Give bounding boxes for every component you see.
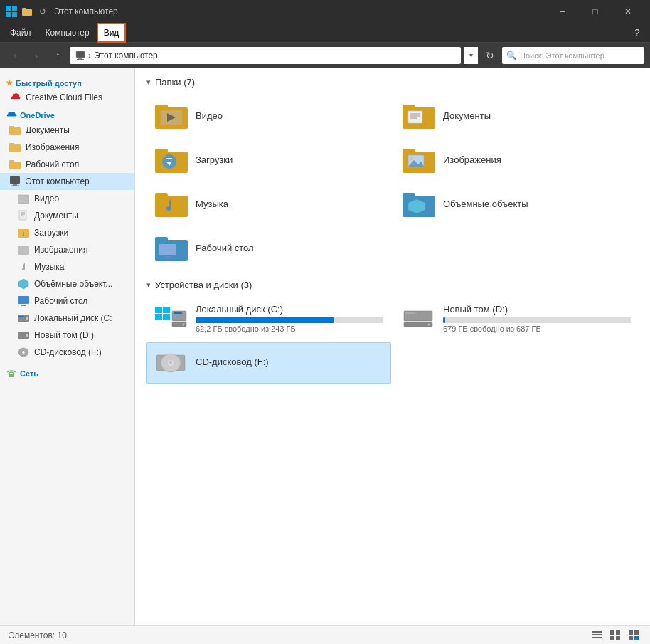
sidebar-item-new-d[interactable]: Новый том (D:) xyxy=(0,327,134,344)
sidebar-item-local-c[interactable]: Локальный диск (C: xyxy=(0,310,134,327)
this-pc-label: Этот компьютер xyxy=(26,176,90,186)
menu-help[interactable]: ? xyxy=(627,23,647,43)
path-location: Этот компьютер xyxy=(94,51,158,60)
images-icon xyxy=(17,243,30,256)
address-path[interactable]: › Этот компьютер xyxy=(70,47,461,64)
svg-rect-20 xyxy=(19,210,26,220)
sidebar-item-desktop[interactable]: Рабочий стол xyxy=(0,292,134,310)
nav-forward[interactable]: › xyxy=(27,46,46,65)
svg-rect-64 xyxy=(155,237,168,244)
folder-desktop-icon xyxy=(154,233,188,262)
sidebar-item-onedrive-images[interactable]: Изображения xyxy=(0,139,134,156)
svg-rect-69 xyxy=(155,314,162,320)
svg-rect-74 xyxy=(174,312,182,314)
sidebar-item-music[interactable]: Музыка xyxy=(0,258,134,275)
content-area: ▾ Папки (7) Видео xyxy=(135,68,650,625)
folder-3d-name: Объёмные объекты xyxy=(443,199,528,209)
sidebar-item-onedrive-docs[interactable]: Документы xyxy=(0,122,134,139)
title-bar-title: Этот компьютер xyxy=(54,6,546,16)
folder-desktop-icon xyxy=(9,158,21,171)
nav-back[interactable]: ‹ xyxy=(6,46,24,65)
devices-chevron[interactable]: ▾ xyxy=(146,280,151,290)
svg-rect-31 xyxy=(18,316,24,317)
sidebar-onedrive[interactable]: OneDrive xyxy=(0,106,134,122)
sidebar-quick-access[interactable]: ★ Быстрый доступ xyxy=(0,74,134,89)
sidebar-network[interactable]: Сеть xyxy=(0,364,134,381)
close-button[interactable]: ✕ xyxy=(612,0,644,23)
video-label: Видео xyxy=(34,194,59,204)
svg-point-34 xyxy=(26,334,28,337)
svg-text:↓: ↓ xyxy=(22,231,25,237)
device-local-c-info: Локальный диск (C:) 62,2 ГБ свободно из … xyxy=(196,304,383,333)
cd-f-label: CD-дисковод (F:) xyxy=(34,347,102,357)
sidebar-item-creative-cloud[interactable]: Creative Cloud Files xyxy=(0,89,134,106)
svg-rect-8 xyxy=(77,59,84,60)
search-box[interactable]: 🔍 Поиск: Этот компьютер xyxy=(502,47,644,64)
device-local-c-fill xyxy=(196,317,334,323)
undo-icon[interactable]: ↺ xyxy=(37,6,48,17)
address-dropdown[interactable]: ▾ xyxy=(464,47,478,64)
3d-label: Объёмные объект... xyxy=(34,279,112,289)
device-local-c[interactable]: Локальный диск (C:) 62,2 ГБ свободно из … xyxy=(146,297,391,339)
nav-up[interactable]: ↑ xyxy=(48,46,67,65)
sidebar-item-images[interactable]: Изображения xyxy=(0,241,134,258)
folder-downloads[interactable]: Загрузки xyxy=(146,139,391,180)
folder-music[interactable]: Музыка xyxy=(146,183,391,224)
music-icon xyxy=(17,260,30,273)
device-new-d-info: Новый том (D:) 679 ГБ свободно из 687 ГБ xyxy=(443,304,631,333)
folder-documents-name: Документы xyxy=(443,110,491,121)
svg-rect-78 xyxy=(405,312,416,314)
folder-docs-icon xyxy=(9,124,21,137)
device-cd-f[interactable]: CD-дисковод (F:) xyxy=(146,342,391,384)
drive-d-icon xyxy=(17,329,30,342)
folder-documents[interactable]: Документы xyxy=(394,95,639,136)
folder-downloads-icon xyxy=(154,145,188,174)
minimize-button[interactable]: – xyxy=(546,0,579,23)
folder-video-name: Видео xyxy=(196,110,223,121)
sidebar-item-3d[interactable]: Объёмные объект... xyxy=(0,275,134,292)
downloads-label: Загрузки xyxy=(34,228,68,238)
sidebar-item-cd-f[interactable]: CD-дисковод (F:) xyxy=(0,344,134,361)
sidebar-item-docs[interactable]: Документы xyxy=(0,207,134,224)
sidebar-item-downloads[interactable]: ↓ Загрузки xyxy=(0,224,134,241)
menu-view[interactable]: Вид xyxy=(97,23,127,43)
folder-desktop[interactable]: Рабочий стол xyxy=(146,227,391,268)
maximize-button[interactable]: □ xyxy=(579,0,612,23)
onedrive-icon xyxy=(6,110,17,120)
onedrive-docs-label: Документы xyxy=(26,125,70,135)
device-new-d[interactable]: Новый том (D:) 679 ГБ свободно из 687 ГБ xyxy=(394,297,639,339)
folder-video[interactable]: Видео xyxy=(146,95,391,136)
menu-computer[interactable]: Компьютер xyxy=(38,23,97,43)
svg-rect-86 xyxy=(610,630,614,635)
docs-icon xyxy=(17,209,30,222)
menu-file[interactable]: Файл xyxy=(3,23,38,43)
sidebar-item-this-pc[interactable]: Этот компьютер xyxy=(0,173,134,190)
path-separator: › xyxy=(88,51,91,60)
svg-rect-87 xyxy=(616,630,620,635)
svg-rect-90 xyxy=(629,630,633,635)
device-new-d-size: 679 ГБ свободно из 687 ГБ xyxy=(443,324,631,333)
address-refresh[interactable]: ↻ xyxy=(481,46,499,65)
svg-rect-83 xyxy=(592,631,602,633)
path-computer-icon xyxy=(75,50,85,60)
svg-point-32 xyxy=(26,317,28,320)
sidebar-item-onedrive-desktop[interactable]: Рабочий стол xyxy=(0,156,134,173)
view-grid-button[interactable] xyxy=(607,628,623,643)
sidebar-item-video[interactable]: Видео xyxy=(0,190,134,207)
creative-cloud-icon xyxy=(9,91,21,104)
device-new-d-bar xyxy=(443,317,631,323)
svg-rect-65 xyxy=(159,244,176,255)
svg-rect-84 xyxy=(592,634,602,635)
svg-rect-52 xyxy=(166,158,172,159)
view-list-button[interactable] xyxy=(589,628,604,643)
view-large-button[interactable] xyxy=(626,628,641,643)
device-local-c-bar xyxy=(196,317,383,323)
devices-grid: Локальный диск (C:) 62,2 ГБ свободно из … xyxy=(146,297,639,384)
folder-images[interactable]: Изображения xyxy=(394,139,639,180)
folder-3d[interactable]: Объёмные объекты xyxy=(394,183,639,224)
network-label: Сеть xyxy=(20,369,38,378)
folders-chevron[interactable]: ▾ xyxy=(146,78,151,87)
star-icon: ★ xyxy=(6,78,13,88)
svg-rect-17 xyxy=(11,186,19,186)
svg-point-36 xyxy=(22,351,25,354)
